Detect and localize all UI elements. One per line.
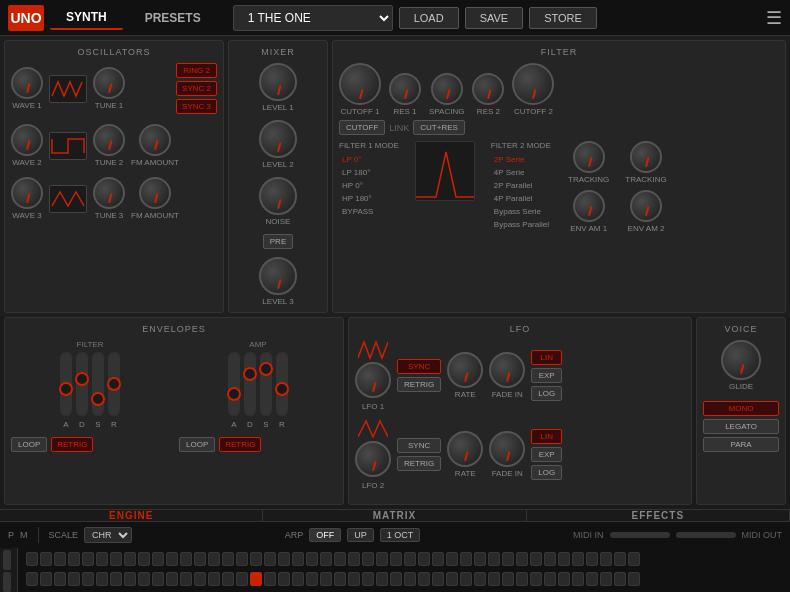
step-1-36[interactable]: [516, 552, 528, 566]
amp-R-thumb[interactable]: [275, 382, 289, 396]
tracking2-knob[interactable]: [630, 141, 662, 173]
mode1-bypass[interactable]: BYPASS: [339, 206, 399, 217]
res2-knob[interactable]: [472, 73, 504, 105]
step-2-20[interactable]: [292, 572, 304, 586]
step-2-30[interactable]: [432, 572, 444, 586]
step-2-32[interactable]: [460, 572, 472, 586]
step-2-15[interactable]: [222, 572, 234, 586]
wave1-shape[interactable]: [49, 75, 87, 103]
step-2-8[interactable]: [124, 572, 136, 586]
sync3-btn[interactable]: SYNC 3: [176, 99, 217, 114]
step-1-4[interactable]: [68, 552, 80, 566]
lfo2-lin-btn[interactable]: LIN: [531, 429, 562, 444]
step-2-43[interactable]: [614, 572, 626, 586]
step-1-30[interactable]: [432, 552, 444, 566]
res1-knob[interactable]: [389, 73, 421, 105]
lfo1-exp-btn[interactable]: EXP: [531, 368, 562, 383]
step-1-10[interactable]: [152, 552, 164, 566]
step-2-38[interactable]: [544, 572, 556, 586]
step-2-36[interactable]: [516, 572, 528, 586]
v-slider-1[interactable]: [3, 550, 11, 570]
step-1-31[interactable]: [446, 552, 458, 566]
amp-A-thumb[interactable]: [227, 387, 241, 401]
step-1-26[interactable]: [376, 552, 388, 566]
step-1-38[interactable]: [544, 552, 556, 566]
level2-knob[interactable]: [259, 120, 297, 158]
mode1-hp0[interactable]: HP 0°: [339, 180, 399, 191]
step-2-26[interactable]: [376, 572, 388, 586]
step-1-44[interactable]: [628, 552, 640, 566]
step-1-28[interactable]: [404, 552, 416, 566]
tab-engine[interactable]: ENGINE: [0, 510, 263, 521]
filter-loop-btn[interactable]: LOOP: [11, 437, 47, 452]
step-1-16[interactable]: [236, 552, 248, 566]
step-1-9[interactable]: [138, 552, 150, 566]
amp-S-thumb[interactable]: [259, 362, 273, 376]
step-1-43[interactable]: [614, 552, 626, 566]
amp-loop-btn[interactable]: LOOP: [179, 437, 215, 452]
lfo2-retrig-btn[interactable]: RETRIG: [397, 456, 441, 471]
sync2-btn[interactable]: SYNC 2: [176, 81, 217, 96]
wave1-knob[interactable]: [11, 67, 43, 99]
mode2-4pparallel[interactable]: 4P Parallel: [491, 193, 552, 204]
step-1-33[interactable]: [474, 552, 486, 566]
wave3-knob[interactable]: [11, 177, 43, 209]
step-1-25[interactable]: [362, 552, 374, 566]
step-2-11[interactable]: [166, 572, 178, 586]
lfo2-log-btn[interactable]: LOG: [531, 465, 562, 480]
cutoff-btn[interactable]: CUTOFF: [339, 120, 385, 135]
step-1-20[interactable]: [292, 552, 304, 566]
menu-button[interactable]: ☰: [766, 7, 782, 29]
step-1-6[interactable]: [96, 552, 108, 566]
lfo2-exp-btn[interactable]: EXP: [531, 447, 562, 462]
step-2-14[interactable]: [208, 572, 220, 586]
filter-R-thumb[interactable]: [107, 377, 121, 391]
filter-A-thumb[interactable]: [59, 382, 73, 396]
step-2-17[interactable]: [250, 572, 262, 586]
noise-knob[interactable]: [259, 177, 297, 215]
step-2-22[interactable]: [320, 572, 332, 586]
step-2-23[interactable]: [334, 572, 346, 586]
step-2-31[interactable]: [446, 572, 458, 586]
para-btn[interactable]: PARA: [703, 437, 779, 452]
wave3-shape[interactable]: [49, 185, 87, 213]
mode1-hp180[interactable]: HP 180°: [339, 193, 399, 204]
glide-knob[interactable]: [721, 340, 761, 380]
tune1-knob[interactable]: [93, 67, 125, 99]
step-1-17[interactable]: [250, 552, 262, 566]
step-1-35[interactable]: [502, 552, 514, 566]
step-1-42[interactable]: [600, 552, 612, 566]
step-1-32[interactable]: [460, 552, 472, 566]
mode2-bypassparallel[interactable]: Bypass Parallel: [491, 219, 552, 230]
lfo1-rate-knob[interactable]: [447, 352, 483, 388]
step-1-13[interactable]: [194, 552, 206, 566]
step-1-1[interactable]: [26, 552, 38, 566]
step-1-40[interactable]: [572, 552, 584, 566]
cutoff1-knob[interactable]: [339, 63, 381, 105]
step-2-6[interactable]: [96, 572, 108, 586]
legato-btn[interactable]: LEGATO: [703, 419, 779, 434]
step-2-19[interactable]: [278, 572, 290, 586]
fm-amount1-knob[interactable]: [139, 124, 171, 156]
fm-amount2-knob[interactable]: [139, 177, 171, 209]
amp-S-track[interactable]: [260, 352, 272, 416]
lfo1-lin-btn[interactable]: LIN: [531, 350, 562, 365]
step-1-39[interactable]: [558, 552, 570, 566]
mode1-lp180[interactable]: LP 180°: [339, 167, 399, 178]
lfo1-fadein-knob[interactable]: [489, 352, 525, 388]
step-2-16[interactable]: [236, 572, 248, 586]
step-2-2[interactable]: [40, 572, 52, 586]
lfo2-sync-btn[interactable]: SYNC: [397, 438, 441, 453]
mode2-bypassserie[interactable]: Bypass Serie: [491, 206, 552, 217]
step-1-41[interactable]: [586, 552, 598, 566]
scale-select[interactable]: CHR: [84, 527, 132, 543]
arp-up-btn[interactable]: UP: [347, 528, 374, 542]
cutoff2-knob[interactable]: [512, 63, 554, 105]
cutres-btn[interactable]: CUT+RES: [413, 120, 465, 135]
filter-S-thumb[interactable]: [91, 392, 105, 406]
step-2-4[interactable]: [68, 572, 80, 586]
spacing-knob[interactable]: [431, 73, 463, 105]
step-1-24[interactable]: [348, 552, 360, 566]
lfo2-rate-knob[interactable]: [447, 431, 483, 467]
mode2-2pserie[interactable]: 2P Serie: [491, 154, 552, 165]
